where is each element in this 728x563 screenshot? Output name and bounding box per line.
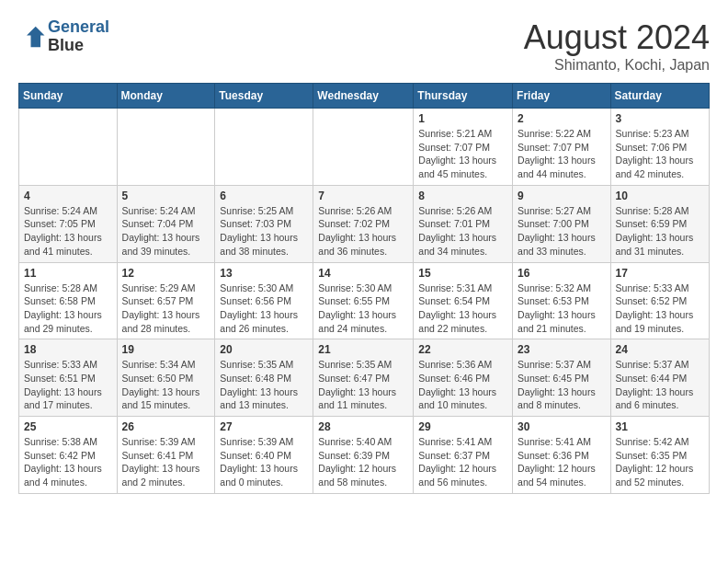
calendar-cell: 31Sunrise: 5:42 AMSunset: 6:35 PMDayligh… bbox=[610, 417, 709, 494]
calendar-cell: 23Sunrise: 5:37 AMSunset: 6:45 PMDayligh… bbox=[513, 339, 611, 417]
day-number: 28 bbox=[318, 420, 408, 433]
calendar-cell: 29Sunrise: 5:41 AMSunset: 6:37 PMDayligh… bbox=[414, 417, 513, 494]
calendar-cell: 9Sunrise: 5:27 AMSunset: 7:00 PMDaylight… bbox=[513, 185, 611, 262]
calendar-cell: 1Sunrise: 5:21 AMSunset: 7:07 PMDaylight… bbox=[414, 109, 513, 186]
calendar-cell bbox=[215, 109, 313, 186]
day-info: Sunrise: 5:26 AMSunset: 7:02 PMDaylight:… bbox=[318, 204, 408, 259]
day-info: Sunrise: 5:35 AMSunset: 6:48 PMDaylight:… bbox=[220, 358, 308, 412]
weekday-header: Sunday bbox=[19, 84, 118, 109]
day-info: Sunrise: 5:28 AMSunset: 6:59 PMDaylight:… bbox=[616, 204, 704, 259]
calendar-cell: 20Sunrise: 5:35 AMSunset: 6:48 PMDayligh… bbox=[215, 339, 313, 417]
day-info: Sunrise: 5:35 AMSunset: 6:47 PMDaylight:… bbox=[318, 358, 408, 412]
day-number: 1 bbox=[418, 112, 507, 125]
day-info: Sunrise: 5:30 AMSunset: 6:55 PMDaylight:… bbox=[318, 282, 408, 336]
day-info: Sunrise: 5:34 AMSunset: 6:50 PMDaylight:… bbox=[122, 358, 210, 412]
calendar-cell bbox=[313, 109, 414, 186]
day-number: 10 bbox=[616, 190, 704, 202]
day-info: Sunrise: 5:29 AMSunset: 6:57 PMDaylight:… bbox=[122, 282, 210, 336]
day-number: 30 bbox=[518, 420, 606, 433]
day-number: 24 bbox=[616, 343, 704, 356]
calendar-cell: 24Sunrise: 5:37 AMSunset: 6:44 PMDayligh… bbox=[610, 339, 709, 417]
day-info: Sunrise: 5:33 AMSunset: 6:51 PMDaylight:… bbox=[24, 358, 112, 412]
day-info: Sunrise: 5:40 AMSunset: 6:39 PMDaylight:… bbox=[318, 435, 408, 489]
calendar-cell: 13Sunrise: 5:30 AMSunset: 6:56 PMDayligh… bbox=[215, 262, 313, 339]
calendar-cell: 7Sunrise: 5:26 AMSunset: 7:02 PMDaylight… bbox=[313, 185, 414, 262]
calendar-week-row: 25Sunrise: 5:38 AMSunset: 6:42 PMDayligh… bbox=[19, 417, 710, 494]
calendar-table: SundayMondayTuesdayWednesdayThursdayFrid… bbox=[18, 83, 710, 494]
calendar-week-row: 1Sunrise: 5:21 AMSunset: 7:07 PMDaylight… bbox=[19, 109, 710, 186]
calendar-cell: 22Sunrise: 5:36 AMSunset: 6:46 PMDayligh… bbox=[414, 339, 513, 417]
page-header: General Blue August 2024 Shimanto, Kochi… bbox=[18, 18, 710, 74]
calendar-cell bbox=[117, 109, 215, 186]
day-info: Sunrise: 5:38 AMSunset: 6:42 PMDaylight:… bbox=[24, 435, 112, 489]
day-info: Sunrise: 5:32 AMSunset: 6:53 PMDaylight:… bbox=[518, 282, 606, 336]
day-number: 9 bbox=[518, 190, 606, 202]
day-info: Sunrise: 5:24 AMSunset: 7:04 PMDaylight:… bbox=[122, 204, 210, 259]
calendar-cell: 4Sunrise: 5:24 AMSunset: 7:05 PMDaylight… bbox=[19, 185, 118, 262]
calendar-cell: 12Sunrise: 5:29 AMSunset: 6:57 PMDayligh… bbox=[117, 262, 215, 339]
day-number: 21 bbox=[318, 343, 408, 356]
calendar-cell: 19Sunrise: 5:34 AMSunset: 6:50 PMDayligh… bbox=[117, 339, 215, 417]
day-number: 11 bbox=[24, 267, 112, 280]
day-info: Sunrise: 5:42 AMSunset: 6:35 PMDaylight:… bbox=[616, 435, 704, 489]
day-number: 18 bbox=[24, 343, 112, 356]
logo-line2: Blue bbox=[48, 37, 109, 55]
weekday-header: Tuesday bbox=[215, 84, 313, 109]
weekday-header: Friday bbox=[513, 84, 611, 109]
weekday-header: Saturday bbox=[610, 84, 709, 109]
calendar-cell: 8Sunrise: 5:26 AMSunset: 7:01 PMDaylight… bbox=[414, 185, 513, 262]
day-info: Sunrise: 5:24 AMSunset: 7:05 PMDaylight:… bbox=[24, 204, 112, 259]
calendar-cell: 3Sunrise: 5:23 AMSunset: 7:06 PMDaylight… bbox=[610, 109, 709, 186]
day-number: 19 bbox=[122, 343, 210, 356]
month-year: August 2024 bbox=[524, 18, 710, 57]
weekday-header-row: SundayMondayTuesdayWednesdayThursdayFrid… bbox=[19, 84, 710, 109]
calendar-cell: 30Sunrise: 5:41 AMSunset: 6:36 PMDayligh… bbox=[513, 417, 611, 494]
day-info: Sunrise: 5:21 AMSunset: 7:07 PMDaylight:… bbox=[418, 127, 507, 181]
day-info: Sunrise: 5:33 AMSunset: 6:52 PMDaylight:… bbox=[616, 282, 704, 336]
day-info: Sunrise: 5:30 AMSunset: 6:56 PMDaylight:… bbox=[220, 282, 308, 336]
logo-line1: General bbox=[48, 17, 109, 36]
day-info: Sunrise: 5:37 AMSunset: 6:44 PMDaylight:… bbox=[616, 358, 704, 412]
calendar-cell bbox=[19, 109, 118, 186]
calendar-cell: 21Sunrise: 5:35 AMSunset: 6:47 PMDayligh… bbox=[313, 339, 414, 417]
day-info: Sunrise: 5:39 AMSunset: 6:40 PMDaylight:… bbox=[220, 435, 308, 489]
day-number: 4 bbox=[24, 190, 112, 202]
day-info: Sunrise: 5:41 AMSunset: 6:37 PMDaylight:… bbox=[418, 435, 507, 489]
day-info: Sunrise: 5:26 AMSunset: 7:01 PMDaylight:… bbox=[418, 204, 507, 259]
day-info: Sunrise: 5:39 AMSunset: 6:41 PMDaylight:… bbox=[122, 435, 210, 489]
calendar-cell: 26Sunrise: 5:39 AMSunset: 6:41 PMDayligh… bbox=[117, 417, 215, 494]
day-number: 17 bbox=[616, 267, 704, 280]
day-number: 8 bbox=[418, 190, 507, 202]
day-number: 14 bbox=[318, 267, 408, 280]
calendar-cell: 6Sunrise: 5:25 AMSunset: 7:03 PMDaylight… bbox=[215, 185, 313, 262]
calendar-cell: 2Sunrise: 5:22 AMSunset: 7:07 PMDaylight… bbox=[513, 109, 611, 186]
day-info: Sunrise: 5:31 AMSunset: 6:54 PMDaylight:… bbox=[418, 282, 507, 336]
day-number: 13 bbox=[220, 267, 308, 280]
day-number: 29 bbox=[418, 420, 507, 433]
day-number: 2 bbox=[518, 112, 606, 125]
calendar-cell: 5Sunrise: 5:24 AMSunset: 7:04 PMDaylight… bbox=[117, 185, 215, 262]
title-block: August 2024 Shimanto, Kochi, Japan bbox=[524, 18, 710, 74]
location: Shimanto, Kochi, Japan bbox=[524, 57, 710, 74]
calendar-cell: 15Sunrise: 5:31 AMSunset: 6:54 PMDayligh… bbox=[414, 262, 513, 339]
day-info: Sunrise: 5:36 AMSunset: 6:46 PMDaylight:… bbox=[418, 358, 507, 412]
day-info: Sunrise: 5:22 AMSunset: 7:07 PMDaylight:… bbox=[518, 127, 606, 181]
day-number: 5 bbox=[122, 190, 210, 202]
day-number: 27 bbox=[220, 420, 308, 433]
calendar-cell: 14Sunrise: 5:30 AMSunset: 6:55 PMDayligh… bbox=[313, 262, 414, 339]
calendar-week-row: 18Sunrise: 5:33 AMSunset: 6:51 PMDayligh… bbox=[19, 339, 710, 417]
weekday-header: Monday bbox=[117, 84, 215, 109]
day-info: Sunrise: 5:27 AMSunset: 7:00 PMDaylight:… bbox=[518, 204, 606, 259]
logo-text: General Blue bbox=[48, 18, 109, 55]
calendar-cell: 27Sunrise: 5:39 AMSunset: 6:40 PMDayligh… bbox=[215, 417, 313, 494]
day-info: Sunrise: 5:23 AMSunset: 7:06 PMDaylight:… bbox=[616, 127, 704, 181]
calendar-cell: 11Sunrise: 5:28 AMSunset: 6:58 PMDayligh… bbox=[19, 262, 118, 339]
day-info: Sunrise: 5:25 AMSunset: 7:03 PMDaylight:… bbox=[220, 204, 308, 259]
calendar-cell: 16Sunrise: 5:32 AMSunset: 6:53 PMDayligh… bbox=[513, 262, 611, 339]
day-number: 6 bbox=[220, 190, 308, 202]
day-number: 25 bbox=[24, 420, 112, 433]
weekday-header: Wednesday bbox=[313, 84, 414, 109]
logo-icon bbox=[18, 23, 46, 51]
calendar-cell: 25Sunrise: 5:38 AMSunset: 6:42 PMDayligh… bbox=[19, 417, 118, 494]
day-number: 31 bbox=[616, 420, 704, 433]
